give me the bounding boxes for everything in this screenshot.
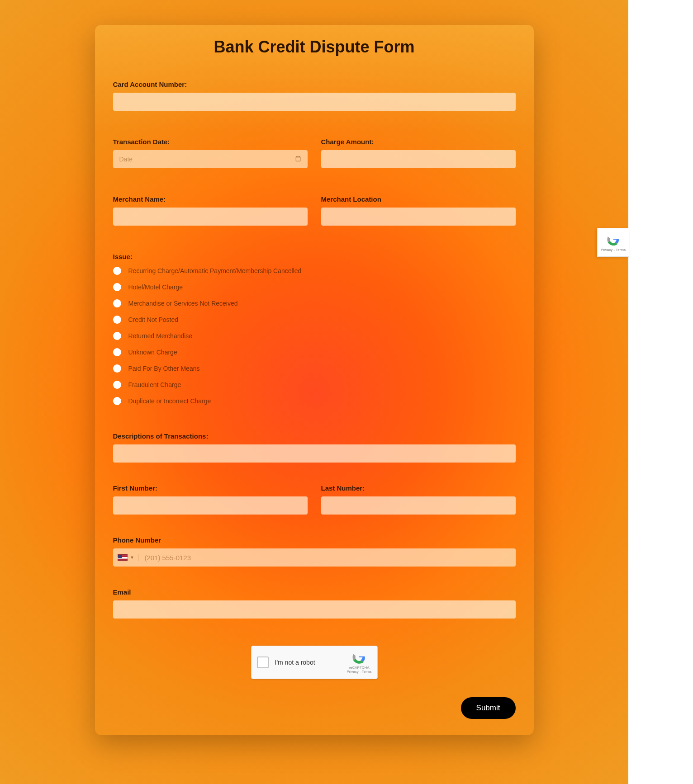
issue-option[interactable]: Returned Merchandise xyxy=(113,332,516,340)
recaptcha-checkbox[interactable] xyxy=(257,656,269,668)
issue-radio-group: Recurring Charge/Automatic Payment/Membe… xyxy=(113,267,516,405)
recaptcha-icon xyxy=(352,651,366,665)
descriptions-label: Descriptions of Transactions: xyxy=(113,432,516,440)
radio-icon[interactable] xyxy=(113,397,121,405)
transaction-date-placeholder: Date xyxy=(119,156,133,163)
phone-label: Phone Number xyxy=(113,536,516,544)
issue-option-label: Unknown Charge xyxy=(128,349,177,356)
recaptcha-icon xyxy=(607,233,620,247)
charge-amount-input[interactable] xyxy=(321,150,516,168)
card-account-number-input[interactable] xyxy=(113,93,516,111)
radio-icon[interactable] xyxy=(113,299,121,307)
charge-amount-label: Charge Amount: xyxy=(321,138,516,146)
card-account-number-label: Card Account Number: xyxy=(113,80,516,88)
merchant-name-label: Merchant Name: xyxy=(113,195,308,203)
descriptions-input[interactable] xyxy=(113,444,516,463)
transaction-date-input[interactable]: Date xyxy=(113,150,308,168)
email-input[interactable] xyxy=(113,600,516,619)
first-number-label: First Number: xyxy=(113,484,308,492)
issue-option[interactable]: Duplicate or Incorrect Charge xyxy=(113,397,516,405)
radio-icon[interactable] xyxy=(113,267,121,275)
radio-icon[interactable] xyxy=(113,364,121,373)
last-number-input[interactable] xyxy=(321,496,516,515)
radio-icon[interactable] xyxy=(113,332,121,340)
issue-label: Issue: xyxy=(113,253,516,260)
issue-option[interactable]: Unknown Charge xyxy=(113,348,516,356)
issue-option-label: Duplicate or Incorrect Charge xyxy=(128,397,211,405)
issue-option-label: Fraudulent Charge xyxy=(128,381,181,388)
email-label: Email xyxy=(113,588,516,596)
issue-option-label: Merchandise or Services Not Received xyxy=(128,300,238,307)
phone-field-wrap: ▼ xyxy=(113,548,516,567)
issue-option-label: Hotel/Motel Charge xyxy=(128,283,183,291)
recaptcha-side-legal: Privacy - Terms xyxy=(601,248,626,252)
recaptcha-side-badge: Privacy - Terms xyxy=(597,228,629,257)
radio-icon[interactable] xyxy=(113,283,121,291)
recaptcha-legal-text: Privacy - Terms xyxy=(347,670,372,674)
transaction-date-label: Transaction Date: xyxy=(113,138,308,146)
issue-option[interactable]: Merchandise or Services Not Received xyxy=(113,299,516,307)
flag-icon xyxy=(118,554,128,561)
last-number-label: Last Number: xyxy=(321,484,516,492)
issue-option[interactable]: Paid For By Other Means xyxy=(113,364,516,373)
recaptcha-widget: I'm not a robot reCAPTCHA Privacy - Term… xyxy=(251,646,378,679)
issue-option[interactable]: Fraudulent Charge xyxy=(113,381,516,389)
recaptcha-text: I'm not a robot xyxy=(275,659,347,666)
chevron-down-icon: ▼ xyxy=(130,555,134,560)
issue-option[interactable]: Credit Not Posted xyxy=(113,316,516,324)
recaptcha-brand: reCAPTCHA Privacy - Terms xyxy=(347,651,372,674)
merchant-location-label: Merchant Location xyxy=(321,195,516,203)
issue-option-label: Paid For By Other Means xyxy=(128,365,200,372)
issue-option[interactable]: Recurring Charge/Automatic Payment/Membe… xyxy=(113,267,516,275)
merchant-location-input[interactable] xyxy=(321,208,516,226)
calendar-icon xyxy=(295,156,301,163)
merchant-name-input[interactable] xyxy=(113,208,308,226)
issue-option[interactable]: Hotel/Motel Charge xyxy=(113,283,516,291)
issue-option-label: Returned Merchandise xyxy=(128,332,193,340)
form-card: Bank Credit Dispute Form Card Account Nu… xyxy=(95,25,534,735)
issue-option-label: Credit Not Posted xyxy=(128,316,179,323)
radio-icon[interactable] xyxy=(113,348,121,356)
phone-input[interactable] xyxy=(144,548,515,567)
country-code-select[interactable]: ▼ xyxy=(118,554,139,561)
first-number-input[interactable] xyxy=(113,496,308,515)
submit-button[interactable]: Submit xyxy=(461,697,516,719)
radio-icon[interactable] xyxy=(113,381,121,389)
radio-icon[interactable] xyxy=(113,316,121,324)
page-title: Bank Credit Dispute Form xyxy=(113,38,516,64)
issue-option-label: Recurring Charge/Automatic Payment/Membe… xyxy=(128,267,302,274)
